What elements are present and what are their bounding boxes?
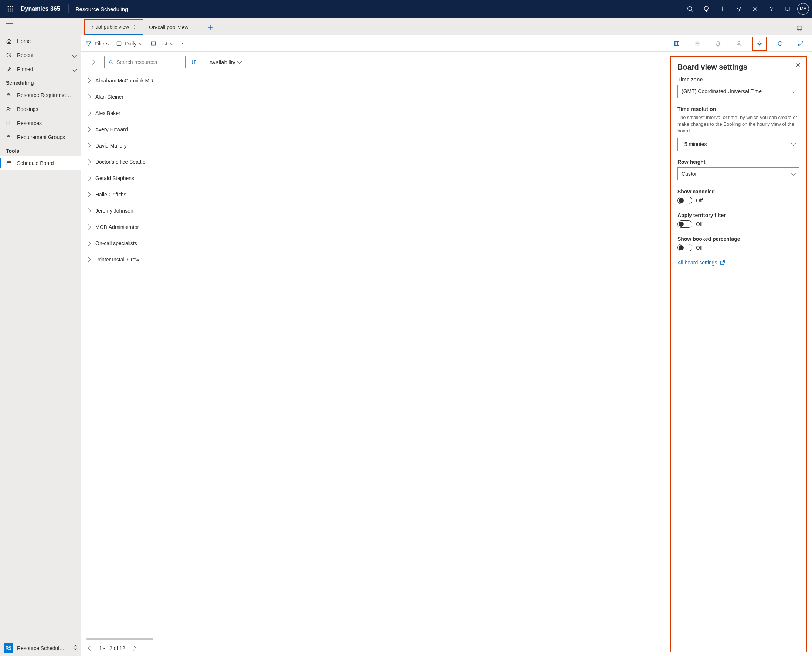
expand-icon[interactable] bbox=[794, 37, 807, 50]
svg-point-20 bbox=[7, 93, 9, 95]
nav-resource-requirements[interactable]: Resource Requireme… bbox=[0, 88, 81, 102]
nav-recent-label: Recent bbox=[17, 52, 33, 58]
svg-rect-15 bbox=[786, 7, 790, 10]
nav-resources[interactable]: Resources bbox=[0, 116, 81, 130]
global-header: Dynamics 365 Resource Scheduling MA bbox=[0, 0, 812, 18]
svg-rect-37 bbox=[797, 26, 802, 29]
booked-percentage-label: Show booked percentage bbox=[678, 236, 800, 242]
territory-filter-toggle[interactable] bbox=[678, 220, 692, 228]
territory-filter-state: Off bbox=[696, 221, 702, 227]
overflow-button[interactable]: ⋯ bbox=[181, 41, 187, 46]
row-height-select[interactable]: Custom bbox=[678, 167, 800, 181]
plus-icon[interactable] bbox=[715, 1, 731, 17]
refresh-icon[interactable] bbox=[773, 37, 787, 50]
booked-percentage-toggle[interactable] bbox=[678, 244, 692, 251]
svg-point-28 bbox=[9, 135, 10, 137]
filter-icon[interactable] bbox=[731, 1, 747, 17]
nav-pinned[interactable]: Pinned bbox=[0, 62, 81, 76]
list-dropdown[interactable]: List bbox=[150, 41, 174, 46]
chevron-right-icon bbox=[86, 78, 90, 84]
nav-requirement-groups[interactable]: Requirement Groups bbox=[0, 130, 81, 144]
tab-initial-public-view[interactable]: Initial public view ⋮ bbox=[84, 19, 143, 36]
resource-name: On-call specialists bbox=[95, 240, 137, 246]
map-icon[interactable] bbox=[670, 37, 683, 50]
next-page-button[interactable] bbox=[132, 645, 136, 651]
nav-recent[interactable]: Recent bbox=[0, 48, 81, 62]
left-nav: Home Recent Pinned Scheduling Resource R… bbox=[0, 18, 81, 656]
nav-label: Requirement Groups bbox=[17, 134, 65, 140]
sort-icon[interactable] bbox=[191, 59, 197, 66]
search-icon bbox=[108, 59, 113, 65]
user-avatar[interactable]: MA bbox=[797, 3, 809, 15]
close-panel-button[interactable] bbox=[795, 62, 801, 69]
chevron-down-icon bbox=[139, 40, 144, 45]
timezone-select[interactable]: (GMT) Coordinated Universal Time bbox=[678, 85, 800, 98]
svg-point-9 bbox=[688, 7, 692, 11]
show-canceled-toggle[interactable] bbox=[678, 197, 692, 204]
area-switcher[interactable]: RS Resource Schedul… bbox=[0, 640, 81, 656]
app-name: Resource Scheduling bbox=[71, 6, 128, 12]
time-resolution-select[interactable]: 15 minutes bbox=[678, 138, 800, 151]
area-tile: RS bbox=[4, 644, 13, 653]
nav-schedule-board[interactable]: Schedule Board bbox=[0, 156, 81, 170]
chevron-right-icon bbox=[86, 159, 90, 165]
search-resources-input[interactable] bbox=[104, 56, 185, 68]
chevron-right-icon bbox=[86, 94, 90, 100]
assistant-icon[interactable] bbox=[780, 1, 796, 17]
brand-name[interactable]: Dynamics 365 bbox=[18, 6, 66, 12]
svg-point-0 bbox=[8, 6, 9, 8]
chevron-right-icon bbox=[86, 257, 90, 263]
daily-dropdown[interactable]: Daily bbox=[116, 41, 143, 46]
tab-menu-icon[interactable]: ⋮ bbox=[132, 24, 137, 30]
gear-icon[interactable] bbox=[747, 1, 763, 17]
nav-home[interactable]: Home bbox=[0, 34, 81, 48]
expand-column-button[interactable] bbox=[86, 60, 99, 64]
chevron-right-icon bbox=[86, 175, 90, 181]
resource-name: Gerald Stephens bbox=[95, 175, 134, 181]
svg-point-14 bbox=[771, 11, 771, 11]
svg-point-1 bbox=[10, 6, 11, 8]
show-canceled-state: Off bbox=[696, 198, 702, 203]
resource-name: Jeremy Johnson bbox=[95, 208, 133, 214]
chevron-down-icon bbox=[791, 141, 796, 146]
all-board-settings-link[interactable]: All board settings bbox=[678, 260, 800, 266]
chevron-down-icon bbox=[73, 66, 76, 72]
availability-dropdown[interactable]: Availability bbox=[202, 59, 241, 65]
help-icon[interactable] bbox=[763, 1, 780, 17]
filters-button[interactable]: Filters bbox=[86, 41, 109, 46]
people-list-icon bbox=[6, 92, 12, 98]
search-field[interactable] bbox=[116, 59, 181, 65]
person-icon[interactable] bbox=[732, 37, 746, 50]
svg-point-25 bbox=[9, 108, 11, 109]
legend-icon[interactable] bbox=[691, 37, 704, 50]
svg-point-8 bbox=[12, 11, 13, 12]
svg-rect-26 bbox=[7, 121, 9, 125]
nav-bookings[interactable]: Bookings bbox=[0, 102, 81, 116]
svg-rect-31 bbox=[7, 161, 11, 165]
tab-menu-icon[interactable]: ⋮ bbox=[191, 25, 197, 30]
nav-collapse-button[interactable] bbox=[0, 18, 81, 34]
resource-name: David Mallory bbox=[95, 143, 127, 149]
chevron-right-icon bbox=[86, 192, 90, 198]
territory-filter-label: Apply territory filter bbox=[678, 212, 800, 218]
svg-point-7 bbox=[10, 11, 11, 12]
lightbulb-icon[interactable] bbox=[698, 1, 715, 17]
resource-name: Avery Howard bbox=[95, 127, 128, 132]
app-launcher-icon[interactable] bbox=[3, 2, 18, 16]
add-tab-button[interactable] bbox=[202, 19, 219, 36]
filter-icon bbox=[86, 41, 92, 46]
people-icon bbox=[6, 106, 12, 112]
board-view-settings-panel: Board view settings Time zone (GMT) Coor… bbox=[670, 56, 807, 652]
bell-icon[interactable] bbox=[712, 37, 725, 50]
chevron-right-icon bbox=[86, 224, 90, 230]
search-icon[interactable] bbox=[682, 1, 698, 17]
resource-name: Halle Griffiths bbox=[95, 192, 127, 198]
nav-label: Resources bbox=[17, 120, 42, 126]
chat-panel-icon[interactable] bbox=[792, 21, 807, 36]
svg-point-3 bbox=[8, 9, 9, 9]
board-settings-button[interactable] bbox=[753, 37, 766, 50]
svg-point-6 bbox=[8, 11, 9, 12]
prev-page-button[interactable] bbox=[89, 645, 93, 651]
tab-on-call-pool-view[interactable]: On-call pool view ⋮ bbox=[143, 19, 202, 36]
time-resolution-value: 15 minutes bbox=[682, 141, 707, 147]
